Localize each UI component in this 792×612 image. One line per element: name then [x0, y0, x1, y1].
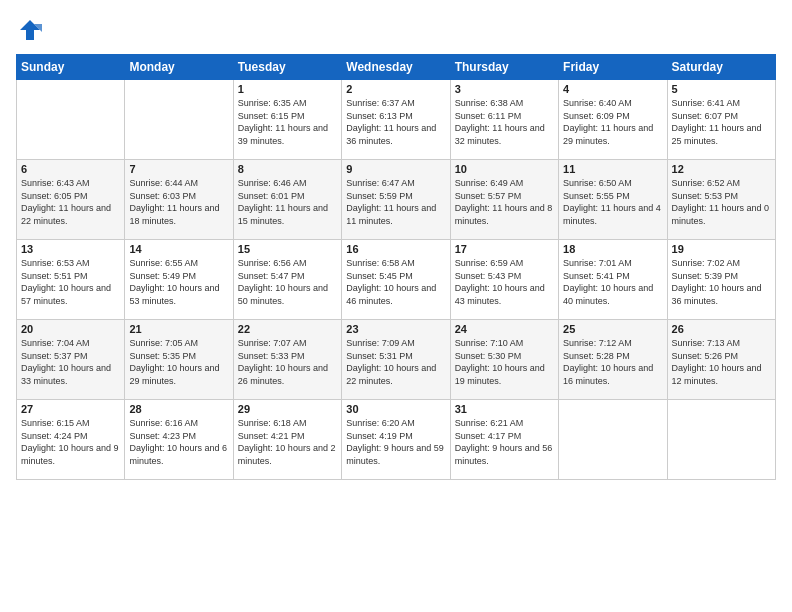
day-number: 23 [346, 323, 445, 335]
logo-icon [16, 16, 44, 44]
day-info: Sunrise: 6:47 AM Sunset: 5:59 PM Dayligh… [346, 177, 445, 227]
day-info: Sunrise: 7:02 AM Sunset: 5:39 PM Dayligh… [672, 257, 771, 307]
day-cell: 28Sunrise: 6:16 AM Sunset: 4:23 PM Dayli… [125, 400, 233, 480]
day-info: Sunrise: 6:56 AM Sunset: 5:47 PM Dayligh… [238, 257, 337, 307]
day-info: Sunrise: 6:44 AM Sunset: 6:03 PM Dayligh… [129, 177, 228, 227]
day-number: 3 [455, 83, 554, 95]
day-number: 12 [672, 163, 771, 175]
day-number: 14 [129, 243, 228, 255]
day-number: 19 [672, 243, 771, 255]
day-cell: 31Sunrise: 6:21 AM Sunset: 4:17 PM Dayli… [450, 400, 558, 480]
week-row-3: 13Sunrise: 6:53 AM Sunset: 5:51 PM Dayli… [17, 240, 776, 320]
day-number: 18 [563, 243, 662, 255]
day-info: Sunrise: 6:59 AM Sunset: 5:43 PM Dayligh… [455, 257, 554, 307]
weekday-header-thursday: Thursday [450, 55, 558, 80]
weekday-header-tuesday: Tuesday [233, 55, 341, 80]
day-number: 7 [129, 163, 228, 175]
day-info: Sunrise: 6:41 AM Sunset: 6:07 PM Dayligh… [672, 97, 771, 147]
weekday-header-monday: Monday [125, 55, 233, 80]
day-number: 9 [346, 163, 445, 175]
day-cell: 23Sunrise: 7:09 AM Sunset: 5:31 PM Dayli… [342, 320, 450, 400]
day-cell: 5Sunrise: 6:41 AM Sunset: 6:07 PM Daylig… [667, 80, 775, 160]
week-row-4: 20Sunrise: 7:04 AM Sunset: 5:37 PM Dayli… [17, 320, 776, 400]
day-cell: 2Sunrise: 6:37 AM Sunset: 6:13 PM Daylig… [342, 80, 450, 160]
day-cell: 22Sunrise: 7:07 AM Sunset: 5:33 PM Dayli… [233, 320, 341, 400]
weekday-header-saturday: Saturday [667, 55, 775, 80]
day-cell: 13Sunrise: 6:53 AM Sunset: 5:51 PM Dayli… [17, 240, 125, 320]
day-cell: 15Sunrise: 6:56 AM Sunset: 5:47 PM Dayli… [233, 240, 341, 320]
header [16, 16, 776, 44]
day-number: 2 [346, 83, 445, 95]
day-cell: 9Sunrise: 6:47 AM Sunset: 5:59 PM Daylig… [342, 160, 450, 240]
day-number: 10 [455, 163, 554, 175]
day-number: 30 [346, 403, 445, 415]
day-cell [17, 80, 125, 160]
day-cell: 8Sunrise: 6:46 AM Sunset: 6:01 PM Daylig… [233, 160, 341, 240]
day-cell: 4Sunrise: 6:40 AM Sunset: 6:09 PM Daylig… [559, 80, 667, 160]
day-cell: 7Sunrise: 6:44 AM Sunset: 6:03 PM Daylig… [125, 160, 233, 240]
day-info: Sunrise: 6:38 AM Sunset: 6:11 PM Dayligh… [455, 97, 554, 147]
day-info: Sunrise: 7:10 AM Sunset: 5:30 PM Dayligh… [455, 337, 554, 387]
day-cell: 27Sunrise: 6:15 AM Sunset: 4:24 PM Dayli… [17, 400, 125, 480]
day-number: 15 [238, 243, 337, 255]
day-cell: 19Sunrise: 7:02 AM Sunset: 5:39 PM Dayli… [667, 240, 775, 320]
day-info: Sunrise: 6:35 AM Sunset: 6:15 PM Dayligh… [238, 97, 337, 147]
day-info: Sunrise: 6:50 AM Sunset: 5:55 PM Dayligh… [563, 177, 662, 227]
day-cell: 10Sunrise: 6:49 AM Sunset: 5:57 PM Dayli… [450, 160, 558, 240]
day-info: Sunrise: 6:46 AM Sunset: 6:01 PM Dayligh… [238, 177, 337, 227]
day-number: 5 [672, 83, 771, 95]
day-cell [667, 400, 775, 480]
day-info: Sunrise: 7:12 AM Sunset: 5:28 PM Dayligh… [563, 337, 662, 387]
day-number: 21 [129, 323, 228, 335]
day-cell: 24Sunrise: 7:10 AM Sunset: 5:30 PM Dayli… [450, 320, 558, 400]
day-info: Sunrise: 6:15 AM Sunset: 4:24 PM Dayligh… [21, 417, 120, 467]
day-cell: 30Sunrise: 6:20 AM Sunset: 4:19 PM Dayli… [342, 400, 450, 480]
weekday-header-wednesday: Wednesday [342, 55, 450, 80]
day-number: 25 [563, 323, 662, 335]
day-cell: 16Sunrise: 6:58 AM Sunset: 5:45 PM Dayli… [342, 240, 450, 320]
day-cell: 17Sunrise: 6:59 AM Sunset: 5:43 PM Dayli… [450, 240, 558, 320]
day-number: 1 [238, 83, 337, 95]
logo [16, 16, 48, 44]
day-number: 31 [455, 403, 554, 415]
day-info: Sunrise: 7:05 AM Sunset: 5:35 PM Dayligh… [129, 337, 228, 387]
week-row-2: 6Sunrise: 6:43 AM Sunset: 6:05 PM Daylig… [17, 160, 776, 240]
day-number: 26 [672, 323, 771, 335]
day-info: Sunrise: 6:18 AM Sunset: 4:21 PM Dayligh… [238, 417, 337, 467]
weekday-header-row: SundayMondayTuesdayWednesdayThursdayFrid… [17, 55, 776, 80]
day-info: Sunrise: 6:37 AM Sunset: 6:13 PM Dayligh… [346, 97, 445, 147]
day-info: Sunrise: 7:09 AM Sunset: 5:31 PM Dayligh… [346, 337, 445, 387]
day-info: Sunrise: 7:07 AM Sunset: 5:33 PM Dayligh… [238, 337, 337, 387]
day-cell: 26Sunrise: 7:13 AM Sunset: 5:26 PM Dayli… [667, 320, 775, 400]
day-cell [559, 400, 667, 480]
day-cell: 3Sunrise: 6:38 AM Sunset: 6:11 PM Daylig… [450, 80, 558, 160]
day-cell: 29Sunrise: 6:18 AM Sunset: 4:21 PM Dayli… [233, 400, 341, 480]
day-number: 11 [563, 163, 662, 175]
day-cell: 25Sunrise: 7:12 AM Sunset: 5:28 PM Dayli… [559, 320, 667, 400]
week-row-5: 27Sunrise: 6:15 AM Sunset: 4:24 PM Dayli… [17, 400, 776, 480]
day-cell: 21Sunrise: 7:05 AM Sunset: 5:35 PM Dayli… [125, 320, 233, 400]
day-cell: 18Sunrise: 7:01 AM Sunset: 5:41 PM Dayli… [559, 240, 667, 320]
day-cell [125, 80, 233, 160]
day-info: Sunrise: 6:43 AM Sunset: 6:05 PM Dayligh… [21, 177, 120, 227]
week-row-1: 1Sunrise: 6:35 AM Sunset: 6:15 PM Daylig… [17, 80, 776, 160]
day-info: Sunrise: 6:20 AM Sunset: 4:19 PM Dayligh… [346, 417, 445, 467]
day-number: 27 [21, 403, 120, 415]
day-info: Sunrise: 6:16 AM Sunset: 4:23 PM Dayligh… [129, 417, 228, 467]
day-cell: 1Sunrise: 6:35 AM Sunset: 6:15 PM Daylig… [233, 80, 341, 160]
day-number: 20 [21, 323, 120, 335]
day-cell: 11Sunrise: 6:50 AM Sunset: 5:55 PM Dayli… [559, 160, 667, 240]
day-number: 16 [346, 243, 445, 255]
day-number: 4 [563, 83, 662, 95]
day-info: Sunrise: 7:04 AM Sunset: 5:37 PM Dayligh… [21, 337, 120, 387]
day-number: 13 [21, 243, 120, 255]
day-number: 6 [21, 163, 120, 175]
day-info: Sunrise: 7:13 AM Sunset: 5:26 PM Dayligh… [672, 337, 771, 387]
calendar-table: SundayMondayTuesdayWednesdayThursdayFrid… [16, 54, 776, 480]
day-info: Sunrise: 6:53 AM Sunset: 5:51 PM Dayligh… [21, 257, 120, 307]
day-cell: 6Sunrise: 6:43 AM Sunset: 6:05 PM Daylig… [17, 160, 125, 240]
day-info: Sunrise: 6:58 AM Sunset: 5:45 PM Dayligh… [346, 257, 445, 307]
day-number: 22 [238, 323, 337, 335]
weekday-header-friday: Friday [559, 55, 667, 80]
page: SundayMondayTuesdayWednesdayThursdayFrid… [0, 0, 792, 612]
